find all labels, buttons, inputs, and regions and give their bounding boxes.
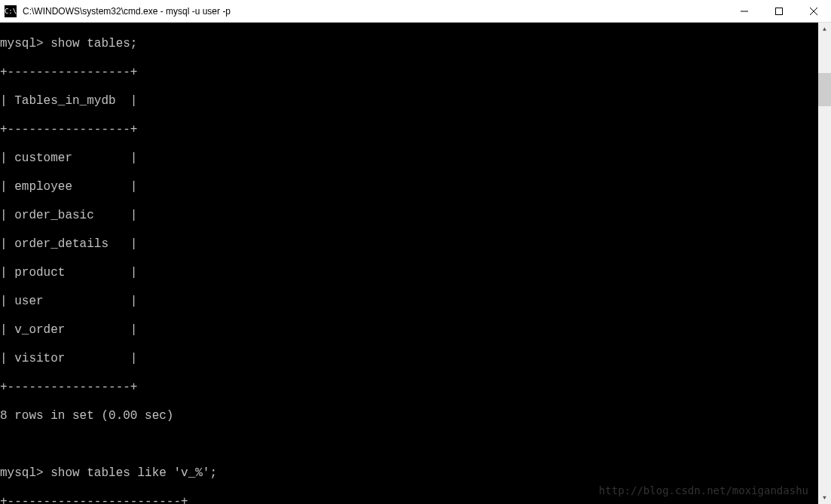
scroll-up-arrow[interactable]: ▲ — [818, 23, 831, 35]
table-row: | order_basic | — [0, 209, 818, 223]
table-row: | employee | — [0, 180, 818, 194]
table-row: | order_details | — [0, 237, 818, 252]
table-row: | product | — [0, 266, 818, 280]
table-header: | Tables_in_mydb | — [0, 94, 818, 108]
vertical-scrollbar[interactable]: ▲ ▼ — [818, 23, 831, 504]
watermark-text: http://blog.csdn.net/moxigandashu — [599, 484, 808, 496]
table-border: +-----------------+ — [0, 123, 818, 137]
maximize-button[interactable] — [762, 0, 796, 23]
result-summary: 8 rows in set (0.00 sec) — [0, 409, 818, 423]
terminal-output[interactable]: mysql> show tables; +-----------------+ … — [0, 23, 818, 504]
terminal-container: mysql> show tables; +-----------------+ … — [0, 23, 831, 504]
table-row: | v_order | — [0, 323, 818, 338]
window-titlebar: C:\ C:\WINDOWS\system32\cmd.exe - mysql … — [0, 0, 831, 23]
svg-rect-1 — [776, 8, 783, 14]
table-row: | user | — [0, 295, 818, 309]
cmd-icon: C:\ — [5, 5, 17, 17]
prompt-line: mysql> show tables like 'v_%'; — [0, 466, 818, 481]
table-border: +-----------------+ — [0, 66, 818, 80]
prompt-line: mysql> show tables; — [0, 37, 818, 51]
close-button[interactable] — [796, 0, 831, 23]
minimize-button[interactable] — [727, 0, 762, 23]
table-border: +-----------------+ — [0, 380, 818, 395]
scroll-down-arrow[interactable]: ▼ — [818, 491, 831, 504]
table-row: | customer | — [0, 151, 818, 166]
table-row: | visitor | — [0, 352, 818, 366]
blank-line — [0, 438, 818, 452]
scroll-thumb[interactable] — [818, 73, 831, 106]
window-title: C:\WINDOWS\system32\cmd.exe - mysql -u u… — [21, 6, 727, 17]
